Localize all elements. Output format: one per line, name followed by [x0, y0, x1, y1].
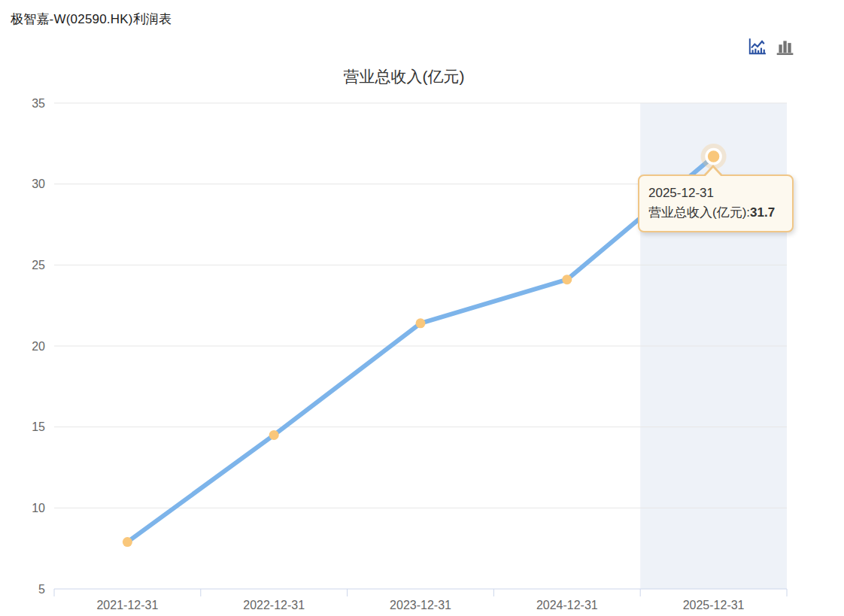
series-line [127, 156, 713, 542]
y-axis-label: 15 [32, 420, 45, 433]
y-axis-label: 10 [32, 502, 45, 514]
tooltip-series-label: 营业总收入(亿元): [648, 205, 750, 220]
tooltip-value-line: 营业总收入(亿元):31.7 [648, 203, 783, 223]
x-axis-label: 2023-12-31 [390, 599, 451, 611]
x-axis-label: 2025-12-31 [683, 599, 745, 611]
tooltip-date: 2025-12-31 [648, 184, 783, 203]
y-axis-label: 30 [32, 178, 45, 190]
data-point[interactable] [123, 537, 132, 547]
y-axis-label: 20 [32, 340, 45, 353]
chart-tooltip: 2025-12-31 营业总收入(亿元):31.7 [638, 174, 794, 232]
y-axis-label: 35 [32, 97, 45, 110]
x-axis-label: 2024-12-31 [536, 599, 598, 611]
y-axis-label: 25 [32, 259, 45, 272]
profit-statement-panel: 极智嘉-W(02590.HK)利润表 营业总收入(亿元) 51015202530 [0, 0, 844, 616]
revenue-line-chart: 51015202530352021-12-312022-12-312023-12… [0, 0, 844, 616]
x-axis-label: 2022-12-31 [243, 599, 305, 611]
data-point[interactable] [416, 318, 426, 328]
x-axis-label: 2021-12-31 [96, 599, 158, 611]
data-point[interactable] [562, 275, 572, 284]
data-point-active[interactable] [706, 150, 721, 164]
y-axis-label: 5 [38, 583, 45, 596]
data-point[interactable] [269, 430, 279, 440]
tooltip-value: 31.7 [750, 205, 775, 220]
